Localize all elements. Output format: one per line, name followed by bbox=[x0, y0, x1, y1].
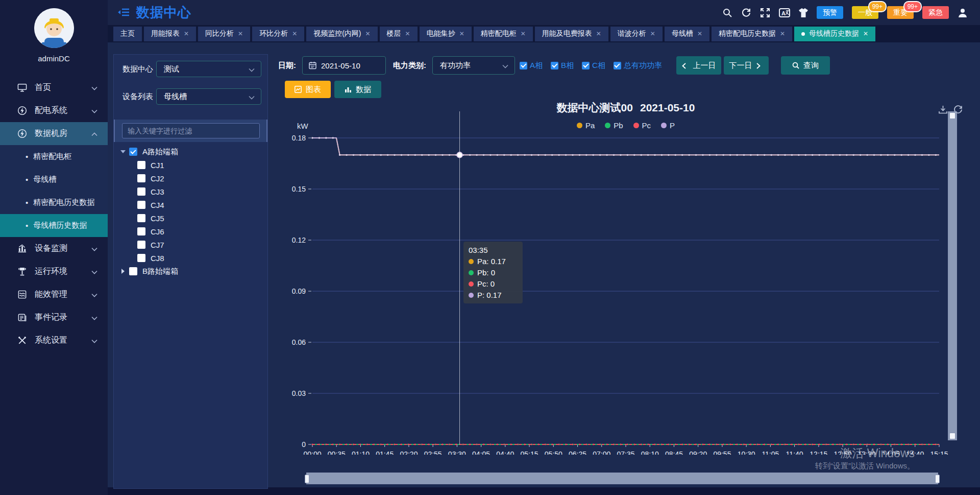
theme-icon[interactable] bbox=[798, 8, 808, 18]
tree-checkbox[interactable] bbox=[137, 174, 145, 182]
tab-电能集抄[interactable]: 电能集抄✕ bbox=[420, 27, 472, 41]
close-icon[interactable]: ✕ bbox=[238, 30, 243, 37]
close-icon[interactable]: ✕ bbox=[292, 30, 297, 37]
tree-node-CJ1[interactable]: CJ1 bbox=[114, 158, 267, 172]
checkbox[interactable] bbox=[520, 62, 527, 69]
tree-node-B路始端箱[interactable]: B路始端箱 bbox=[114, 265, 267, 278]
search-icon[interactable] bbox=[722, 8, 732, 18]
legend-item-Pb[interactable]: Pb bbox=[605, 121, 623, 130]
sidebar-subitem-精密配电柜[interactable]: •精密配电柜 bbox=[0, 145, 108, 168]
x-datazoom-left-handle[interactable] bbox=[305, 475, 309, 483]
sidebar-subitem-母线槽[interactable]: •母线槽 bbox=[0, 168, 108, 191]
tree-checkbox[interactable] bbox=[137, 241, 145, 249]
tree-node-A路始端箱[interactable]: A路始端箱 bbox=[114, 145, 267, 158]
y-datazoom-top-handle[interactable] bbox=[949, 112, 955, 119]
y-datazoom-bottom-handle[interactable] bbox=[949, 433, 955, 439]
tab-同比分析[interactable]: 同比分析✕ bbox=[198, 27, 250, 41]
y-datazoom-slider[interactable] bbox=[948, 111, 957, 440]
tree-node-CJ7[interactable]: CJ7 bbox=[114, 238, 267, 251]
alarm-badge-重要[interactable]: 重要99+ bbox=[887, 6, 914, 19]
next-day-button[interactable]: 下一日 bbox=[724, 56, 769, 75]
tab-视频监控(内网)[interactable]: 视频监控(内网)✕ bbox=[306, 27, 377, 41]
alarm-badge-紧急[interactable]: 紧急 bbox=[922, 6, 949, 19]
caret-right-icon[interactable] bbox=[120, 269, 126, 274]
prev-day-button[interactable]: 上一日 bbox=[676, 56, 721, 75]
sidebar-item-设备监测[interactable]: 设备监测 bbox=[0, 237, 108, 260]
chart-view-button[interactable]: 图表 bbox=[285, 81, 331, 98]
close-icon[interactable]: ✕ bbox=[405, 30, 410, 37]
alarm-badge-一般[interactable]: 一般99+ bbox=[852, 6, 878, 19]
tab-用能报表[interactable]: 用能报表✕ bbox=[144, 27, 196, 41]
sidebar-subitem-精密配电历史数据[interactable]: •精密配电历史数据 bbox=[0, 191, 108, 214]
translate-icon[interactable]: A bbox=[779, 8, 789, 18]
sidebar-item-事件记录[interactable]: 事件记录 bbox=[0, 306, 108, 329]
close-icon[interactable]: ✕ bbox=[780, 30, 785, 37]
tree-node-CJ2[interactable]: CJ2 bbox=[114, 172, 267, 185]
tree-node-CJ3[interactable]: CJ3 bbox=[114, 185, 267, 198]
tree-filter-input[interactable] bbox=[122, 123, 260, 138]
close-icon[interactable]: ✕ bbox=[521, 30, 526, 37]
sidebar-item-首页[interactable]: 首页 bbox=[0, 76, 108, 99]
sidebar-subitem-母线槽历史数据[interactable]: •母线槽历史数据 bbox=[0, 214, 108, 237]
tab-母线槽[interactable]: 母线槽✕ bbox=[665, 27, 709, 41]
device-list-select[interactable]: 母线槽 bbox=[156, 88, 261, 105]
phase-checkbox-A相[interactable]: A相 bbox=[520, 61, 543, 70]
checkbox[interactable] bbox=[582, 62, 590, 69]
x-datazoom-slider[interactable] bbox=[306, 473, 938, 484]
sidebar-item-能效管理[interactable]: 能效管理 bbox=[0, 283, 108, 306]
close-icon[interactable]: ✕ bbox=[365, 30, 371, 37]
checkbox[interactable] bbox=[614, 62, 621, 69]
sidebar-item-运行环境[interactable]: 运行环境 bbox=[0, 260, 108, 283]
sidebar-item-配电系统[interactable]: 配电系统 bbox=[0, 99, 108, 122]
tab-精密配电历史数据[interactable]: 精密配电历史数据✕ bbox=[712, 27, 792, 41]
tree-checkbox[interactable] bbox=[137, 161, 145, 169]
refresh-icon[interactable] bbox=[741, 8, 751, 18]
checkbox[interactable] bbox=[551, 62, 558, 69]
data-view-button[interactable]: 数据 bbox=[334, 81, 381, 98]
tab-用能及电费报表[interactable]: 用能及电费报表✕ bbox=[535, 27, 608, 41]
avatar[interactable] bbox=[34, 8, 74, 48]
close-icon[interactable]: ✕ bbox=[863, 30, 868, 37]
caret-down-icon[interactable] bbox=[120, 150, 126, 153]
user-icon[interactable] bbox=[958, 8, 968, 18]
tab-环比分析[interactable]: 环比分析✕ bbox=[252, 27, 304, 41]
tab-谐波分析[interactable]: 谐波分析✕ bbox=[610, 27, 663, 41]
tree-checkbox[interactable] bbox=[137, 214, 145, 222]
tree-checkbox[interactable] bbox=[137, 227, 145, 235]
tree-node-CJ6[interactable]: CJ6 bbox=[114, 225, 267, 238]
tree-checkbox[interactable] bbox=[137, 254, 145, 262]
tab-楼层[interactable]: 楼层✕ bbox=[380, 27, 418, 41]
tree-checkbox[interactable] bbox=[137, 201, 145, 209]
phase-checkbox-C相[interactable]: C相 bbox=[582, 61, 605, 70]
phase-checkbox-B相[interactable]: B相 bbox=[551, 61, 574, 70]
download-icon[interactable] bbox=[938, 105, 948, 114]
legend-item-Pc[interactable]: Pc bbox=[633, 121, 651, 130]
close-icon[interactable]: ✕ bbox=[697, 30, 702, 37]
power-type-select[interactable]: 有功功率 bbox=[432, 56, 515, 75]
tab-主页[interactable]: 主页 bbox=[113, 27, 142, 41]
alarm-badge-预警[interactable]: 预警 bbox=[817, 6, 843, 19]
sidebar-item-数据机房[interactable]: 数据机房 bbox=[0, 122, 108, 145]
datacenter-select[interactable]: 测试 bbox=[156, 61, 261, 77]
tree-checkbox[interactable] bbox=[137, 187, 145, 196]
date-input[interactable]: 2021-05-10 bbox=[302, 56, 386, 75]
tab-精密配电柜[interactable]: 精密配电柜✕ bbox=[474, 27, 533, 41]
sidebar-item-系统设置[interactable]: 系统设置 bbox=[0, 329, 108, 352]
close-icon[interactable]: ✕ bbox=[596, 30, 601, 37]
tree-node-CJ4[interactable]: CJ4 bbox=[114, 198, 267, 211]
tree-checkbox[interactable] bbox=[129, 148, 137, 156]
close-icon[interactable]: ✕ bbox=[184, 30, 189, 37]
tree-node-CJ5[interactable]: CJ5 bbox=[114, 211, 267, 225]
tab-母线槽历史数据[interactable]: 母线槽历史数据✕ bbox=[794, 27, 875, 41]
legend-item-Pa[interactable]: Pa bbox=[577, 121, 595, 130]
close-icon[interactable]: ✕ bbox=[459, 30, 464, 37]
close-icon[interactable]: ✕ bbox=[650, 30, 655, 37]
query-button[interactable]: 查询 bbox=[781, 56, 830, 75]
x-datazoom-right-handle[interactable] bbox=[935, 475, 940, 483]
menu-collapse-icon[interactable] bbox=[118, 8, 129, 17]
phase-checkbox-总有功功率[interactable]: 总有功功率 bbox=[614, 61, 662, 70]
fullscreen-icon[interactable] bbox=[760, 8, 770, 18]
tree-node-CJ8[interactable]: CJ8 bbox=[114, 251, 267, 265]
legend-item-P[interactable]: P bbox=[661, 121, 675, 130]
tree-checkbox[interactable] bbox=[129, 267, 137, 275]
